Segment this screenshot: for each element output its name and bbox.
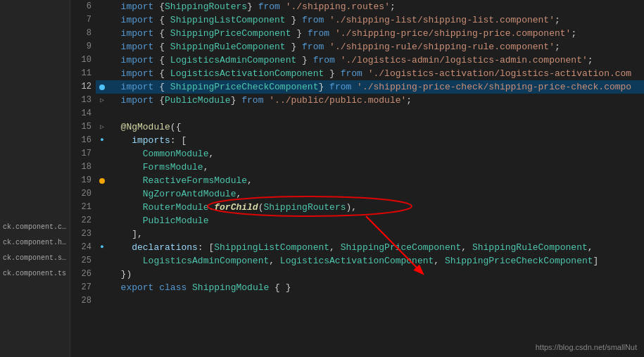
code-content-7: import { ShippingListComponent } from '.…: [108, 13, 644, 27]
code-content-20: NgZorroAntdModule,: [108, 187, 644, 201]
code-content-14: [108, 107, 644, 120]
sidebar: ck.component.css ck.component.htm ck.com…: [0, 0, 70, 357]
code-content-22: PublicModule: [108, 214, 644, 227]
code-line-21: RouterModule.forChild(ShippingRouters),: [96, 201, 644, 214]
line-num-12: 12: [75, 80, 91, 94]
sidebar-file-css[interactable]: ck.component.css: [0, 220, 70, 235]
code-content-15: @NgModule({: [108, 120, 644, 134]
code-line-18: FormsModule,: [96, 161, 644, 174]
line-num-22: 22: [75, 214, 91, 227]
line-num-16: 16: [75, 134, 91, 147]
code-content-24: declarations: [ShippingListComponent, Sh…: [108, 241, 644, 254]
code-content-23: ],: [108, 227, 644, 241]
code-content-28: [108, 294, 644, 308]
code-line-17: CommonModule,: [96, 147, 644, 161]
line-num-6: 6: [75, 0, 91, 13]
code-content-8: import { ShippingPriceComponent } from '…: [108, 27, 644, 40]
line-num-7: 7: [75, 13, 91, 27]
line-num-18: 18: [75, 161, 91, 174]
line-num-24: 24: [75, 241, 91, 254]
line-numbers: 6 7 8 9 10 11 12 13 14 15 16 17 18 19 20…: [70, 0, 96, 357]
sidebar-file-spec[interactable]: ck.component.spe: [0, 251, 70, 266]
code-content-13: import {PublicModule} from '../public/pu…: [108, 94, 644, 107]
code-line-26: }): [96, 268, 644, 281]
code-line-22: PublicModule: [96, 214, 644, 227]
code-line-19: ReactiveFormsModule,: [96, 174, 644, 187]
code-content-10: import { LogisticsAdminComponent } from …: [108, 54, 644, 67]
gutter-19: [96, 178, 108, 184]
code-line-7: import { ShippingListComponent } from '.…: [96, 13, 644, 27]
code-area[interactable]: 6 7 8 9 10 11 12 13 14 15 16 17 18 19 20…: [70, 0, 644, 357]
line-num-26: 26: [75, 268, 91, 281]
code-line-10: import { LogisticsAdminComponent } from …: [96, 54, 644, 67]
line-num-9: 9: [75, 40, 91, 54]
code-content-21: RouterModule.forChild(ShippingRouters),: [108, 201, 644, 214]
code-content-27: export class ShippingModule { }: [108, 281, 644, 294]
code-line-12: import { ShippingPriceCheckComponent} fr…: [96, 80, 644, 94]
editor-container: ck.component.css ck.component.htm ck.com…: [0, 0, 644, 357]
code-content-19: ReactiveFormsModule,: [108, 174, 644, 187]
code-line-23: ],: [96, 227, 644, 241]
gutter-13: ▷: [96, 94, 108, 107]
line-num-19: 19: [75, 174, 91, 187]
code-line-11: import { LogisticsActivationComponent } …: [96, 67, 644, 80]
line-num-11: 11: [75, 67, 91, 80]
sidebar-file-ts[interactable]: ck.component.ts: [0, 266, 70, 282]
code-content-11: import { LogisticsActivationComponent } …: [108, 67, 644, 80]
code-line-27: export class ShippingModule { }: [96, 281, 644, 294]
line-num-8: 8: [75, 27, 91, 40]
code-lines: import {ShippingRouters} from './shippin…: [96, 0, 644, 357]
line-num-21: 21: [75, 201, 91, 214]
code-line-28: [96, 294, 644, 308]
line-num-13: 13: [75, 94, 91, 107]
gutter-12: [96, 84, 108, 90]
code-line-14: [96, 107, 644, 120]
gutter-icon-19: [99, 178, 105, 184]
gutter-icon-12: [99, 84, 105, 90]
line-num-10: 10: [75, 54, 91, 67]
sidebar-file-html[interactable]: ck.component.htm: [0, 235, 70, 251]
line-num-23: 23: [75, 227, 91, 241]
code-line-8: import { ShippingPriceComponent } from '…: [96, 27, 644, 40]
code-content-6: import {ShippingRouters} from './shippin…: [108, 0, 644, 13]
code-line-13: ▷ import {PublicModule} from '../public/…: [96, 94, 644, 107]
code-line-15: ▷ @NgModule({: [96, 120, 644, 134]
line-num-20: 20: [75, 187, 91, 201]
gutter-24: ●: [96, 241, 108, 254]
gutter-16: ●: [96, 134, 108, 147]
line-num-15: 15: [75, 120, 91, 134]
code-line-24: ● declarations: [ShippingListComponent, …: [96, 241, 644, 254]
code-line-9: import { ShippingRuleComponent } from '.…: [96, 40, 644, 54]
code-content-25: LogisticsAdminComponent, LogisticsActiva…: [108, 254, 644, 268]
code-content-26: }): [108, 268, 644, 281]
line-num-28: 28: [75, 294, 91, 308]
code-line-6: import {ShippingRouters} from './shippin…: [96, 0, 644, 13]
code-line-25: LogisticsAdminComponent, LogisticsActiva…: [96, 254, 644, 268]
watermark: https://blog.csdn.net/smallNut: [536, 343, 637, 351]
code-content-18: FormsModule,: [108, 161, 644, 174]
code-line-20: NgZorroAntdModule,: [96, 187, 644, 201]
code-content-12: import { ShippingPriceCheckComponent} fr…: [108, 80, 644, 94]
code-content-9: import { ShippingRuleComponent } from '.…: [108, 40, 644, 54]
gutter-15: ▷: [96, 120, 108, 134]
code-line-16: ● imports: [: [96, 134, 644, 147]
line-num-14: 14: [75, 107, 91, 120]
line-num-25: 25: [75, 254, 91, 268]
line-num-17: 17: [75, 147, 91, 161]
code-content-17: CommonModule,: [108, 147, 644, 161]
line-num-27: 27: [75, 281, 91, 294]
code-content-16: imports: [: [108, 134, 644, 147]
